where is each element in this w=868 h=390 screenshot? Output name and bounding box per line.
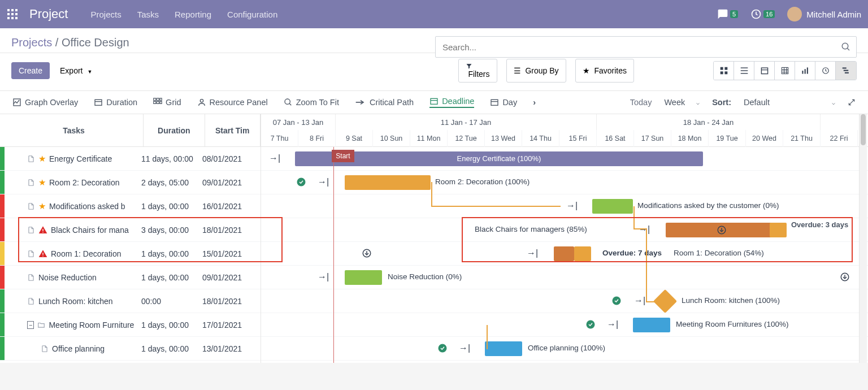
filters-group: Filters ☰ Group By ★ Favorites xyxy=(458,59,634,83)
tool-duration[interactable]: Duration xyxy=(94,98,137,107)
row-accent xyxy=(0,194,5,218)
bar-meeting-room[interactable] xyxy=(633,318,670,332)
search-icon[interactable] xyxy=(841,42,851,52)
task-start: 13/01/2021 xyxy=(202,344,259,353)
task-row[interactable]: ★Room 2: Decoration2 days, 05:0009/01/20… xyxy=(0,171,261,194)
bar-label: Room 1: Decoration (54%) xyxy=(674,249,764,257)
indent-icon: →| xyxy=(318,272,329,282)
svg-rect-45 xyxy=(431,98,437,104)
tool-graph-overlay[interactable]: Graph Overlay xyxy=(12,98,78,107)
sort-select[interactable]: Default ⌵ xyxy=(741,97,837,108)
svg-line-44 xyxy=(289,103,291,105)
svg-rect-30 xyxy=(843,67,847,68)
task-row[interactable]: ★Energy Certificate11 days, 00:0008/01/2… xyxy=(0,147,261,171)
nav-tasks[interactable]: Tasks xyxy=(137,10,159,19)
view-kanban[interactable] xyxy=(714,62,734,80)
bar-black-chairs-overdue[interactable] xyxy=(770,223,787,237)
bar-room2[interactable] xyxy=(345,175,431,190)
activity-icon[interactable]: 16 xyxy=(750,8,775,20)
brand-title[interactable]: Project xyxy=(29,7,68,21)
view-list[interactable] xyxy=(734,62,754,80)
nav-reporting[interactable]: Reporting xyxy=(175,10,211,19)
breadcrumb-root[interactable]: Projects xyxy=(11,36,52,49)
bar-energy-certificate[interactable]: Energy Certificate (100%) xyxy=(295,151,703,166)
chat-icon[interactable]: 5 xyxy=(717,8,738,20)
bar-noise[interactable] xyxy=(345,270,382,285)
col-start[interactable]: Start Tim xyxy=(205,114,261,146)
task-row[interactable]: Noise Reduction1 days, 00:0009/01/2021 xyxy=(0,266,261,289)
search-input[interactable] xyxy=(435,36,857,58)
view-pivot[interactable] xyxy=(775,62,795,80)
task-name-cell: Noise Reduction xyxy=(5,273,141,282)
vertical-scrollbar[interactable] xyxy=(859,114,867,363)
task-row[interactable]: −Meeting Room Furniture1 days, 00:0017/0… xyxy=(0,313,261,337)
view-calendar[interactable] xyxy=(754,62,775,80)
col-duration[interactable]: Duration xyxy=(144,114,205,146)
user-menu[interactable]: Mitchell Admin xyxy=(787,7,861,21)
svg-rect-5 xyxy=(15,13,18,15)
favorites-button[interactable]: ★ Favorites xyxy=(575,59,634,83)
task-row[interactable]: ★Modifications asked b1 days, 00:0016/01… xyxy=(0,194,261,218)
svg-rect-17 xyxy=(740,70,748,71)
bar-modifications[interactable] xyxy=(592,199,633,214)
tool-day[interactable]: Day xyxy=(490,98,517,107)
view-graph[interactable] xyxy=(795,62,815,80)
export-button[interactable]: Export ▼ xyxy=(53,63,99,79)
milestone-lunch-room[interactable] xyxy=(653,289,677,313)
bar-office-planning[interactable] xyxy=(485,341,522,356)
right-header: 07 Jan - 13 Jan11 Jan - 17 Jan18 Jan - 2… xyxy=(261,114,868,147)
svg-rect-32 xyxy=(845,72,849,73)
task-name-cell: Lunch Room: kitchen xyxy=(5,297,141,306)
gantt-row: →| Modifications asked by the customer (… xyxy=(261,194,868,218)
bar-label: Noise Reduction (0%) xyxy=(388,272,462,281)
check-icon xyxy=(437,343,448,353)
svg-rect-6 xyxy=(7,17,10,19)
task-duration: 1 days, 00:00 xyxy=(141,202,202,211)
nav-projects[interactable]: Projects xyxy=(90,10,121,19)
scrollbar-thumb[interactable] xyxy=(861,114,866,145)
svg-rect-27 xyxy=(804,69,805,73)
svg-point-43 xyxy=(285,99,290,104)
svg-rect-52 xyxy=(42,255,43,256)
chevron-right-icon[interactable]: › xyxy=(533,98,536,107)
view-activity[interactable] xyxy=(815,62,836,80)
right-pane[interactable]: 07 Jan - 13 Jan11 Jan - 17 Jan18 Jan - 2… xyxy=(261,114,868,363)
check-icon xyxy=(296,177,306,187)
groupby-button[interactable]: ☰ Group By xyxy=(506,59,566,83)
indent-icon: →| xyxy=(459,343,470,353)
star-icon: ★ xyxy=(38,154,46,164)
col-tasks[interactable]: Tasks xyxy=(5,114,144,146)
task-start: 08/01/2021 xyxy=(202,154,259,163)
scale-select[interactable]: Week ⌵ xyxy=(662,97,702,108)
chat-badge: 5 xyxy=(730,10,738,18)
funnel-icon xyxy=(466,63,489,70)
star-icon: ★ xyxy=(583,66,590,75)
svg-rect-0 xyxy=(7,9,10,11)
bar-room1-overdue[interactable] xyxy=(574,246,591,261)
task-row[interactable]: Black Chairs for mana3 days, 00:0018/01/… xyxy=(0,218,261,242)
task-row[interactable]: Room 1: Decoration1 days, 00:0015/01/202… xyxy=(0,242,261,266)
bar-black-chairs[interactable] xyxy=(666,223,778,237)
tool-grid[interactable]: Grid xyxy=(153,98,181,107)
nav-configuration[interactable]: Configuration xyxy=(227,10,277,19)
tool-deadline[interactable]: Deadline xyxy=(429,97,474,108)
svg-rect-40 xyxy=(157,101,159,103)
task-start: 16/01/2021 xyxy=(202,202,259,211)
gantt-row: →| Meeting Room Furnitures (100%) xyxy=(261,313,868,337)
tool-zoom-to-fit[interactable]: Zoom To Fit xyxy=(284,98,339,107)
today-button[interactable]: Today xyxy=(630,98,652,107)
day-header: 18 Mon xyxy=(671,130,709,147)
tool-resource-panel[interactable]: Resource Panel xyxy=(197,98,268,107)
task-row[interactable]: Lunch Room: kitchen00:0018/01/2021 xyxy=(0,289,261,313)
svg-point-58 xyxy=(587,320,595,329)
tool-critical-path[interactable]: Critical Path xyxy=(355,98,414,107)
filters-button[interactable]: Filters xyxy=(458,59,497,83)
create-button[interactable]: Create xyxy=(11,62,50,79)
expand-icon[interactable] xyxy=(848,98,856,106)
task-row[interactable]: Office planning1 days, 00:0013/01/2021 xyxy=(0,337,261,361)
view-gantt[interactable] xyxy=(836,62,856,80)
apps-icon[interactable] xyxy=(7,8,18,20)
task-name: Black Chairs for mana xyxy=(51,226,129,235)
bar-room1[interactable] xyxy=(554,246,574,261)
date-range-header: 18 Jan - 24 Jan xyxy=(597,114,821,130)
